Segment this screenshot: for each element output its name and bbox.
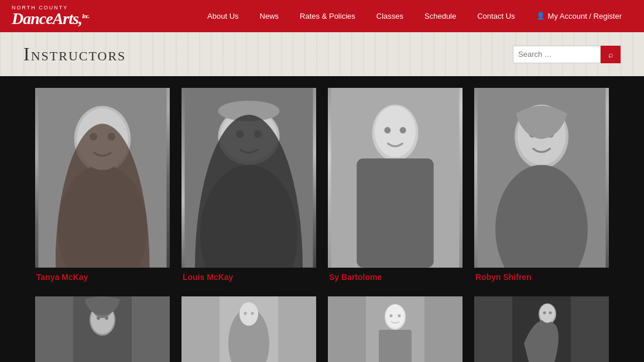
nav-about-us[interactable]: About Us: [197, 0, 249, 32]
nav-classes[interactable]: Classes: [366, 0, 414, 32]
svg-point-4: [90, 133, 97, 141]
instructor-card-tanya[interactable]: Tanya McKay: [35, 88, 170, 282]
site-header: NORTH COUNTY DanceArts,Inc. About Us New…: [0, 0, 644, 32]
svg-point-11: [254, 130, 262, 138]
search-form: ⌕: [513, 46, 621, 63]
svg-point-32: [239, 302, 258, 326]
instructor-name-sy: Sy Bartolome: [328, 272, 463, 282]
search-icon: ⌕: [608, 50, 613, 59]
svg-rect-15: [357, 158, 433, 267]
svg-point-12: [218, 101, 279, 121]
page-title: Instructors: [23, 43, 126, 65]
svg-point-45: [549, 311, 552, 314]
instructor-card-row2-2[interactable]: [181, 296, 316, 362]
svg-point-2: [57, 165, 147, 267]
svg-point-10: [236, 130, 244, 138]
logo[interactable]: NORTH COUNTY DanceArts,Inc.: [12, 5, 129, 27]
nav-schedule[interactable]: Schedule: [414, 0, 467, 32]
svg-point-39: [390, 314, 393, 317]
svg-point-43: [540, 304, 555, 323]
instructor-card-sy[interactable]: Sy Bartolome: [328, 88, 463, 282]
instructor-name-louis: Louis McKay: [181, 272, 316, 282]
nav-news[interactable]: News: [249, 0, 290, 32]
instructor-photo-row2-4: [474, 296, 609, 362]
instructor-card-row2-1[interactable]: [35, 296, 170, 362]
svg-point-29: [105, 316, 108, 320]
svg-point-5: [108, 133, 115, 141]
main-content: Tanya McKay Louis McKay: [0, 76, 644, 362]
main-nav: About Us News Rates & Policies Classes S…: [197, 0, 632, 32]
instructor-photo-row2-2: [181, 296, 316, 362]
subtitle-bar: Instructors ⌕: [0, 32, 644, 76]
search-button[interactable]: ⌕: [601, 46, 621, 63]
svg-point-40: [398, 314, 401, 317]
svg-rect-37: [379, 330, 412, 362]
svg-point-17: [384, 127, 390, 134]
nav-rates-policies[interactable]: Rates & Policies: [289, 0, 366, 32]
svg-point-3: [77, 108, 128, 170]
instructor-name-tanya: Tanya McKay: [35, 272, 170, 282]
svg-point-18: [400, 127, 406, 134]
svg-point-38: [386, 305, 405, 328]
nav-contact-us[interactable]: Contact Us: [467, 0, 525, 32]
svg-point-33: [244, 312, 247, 315]
instructor-photo-louis: [181, 88, 316, 268]
svg-point-16: [375, 106, 416, 158]
nav-my-account[interactable]: My Account / Register: [526, 0, 632, 32]
svg-point-8: [200, 165, 297, 267]
instructor-photo-robyn: [474, 88, 609, 268]
instructor-photo-row2-3: [328, 296, 463, 362]
search-input[interactable]: [513, 46, 601, 63]
instructor-name-robyn: Robyn Shifren: [474, 272, 609, 282]
instructor-photo-sy: [328, 88, 463, 268]
instructor-photo-row2-1: [35, 296, 170, 362]
logo-dance-arts: DanceArts,Inc.: [12, 11, 89, 27]
svg-point-28: [97, 316, 100, 320]
svg-point-44: [543, 311, 546, 314]
instructor-photo-tanya: [35, 88, 170, 268]
instructor-card-louis[interactable]: Louis McKay: [181, 88, 316, 282]
svg-point-34: [251, 312, 254, 315]
instructor-card-robyn[interactable]: Robyn Shifren: [474, 88, 609, 282]
instructor-grid: Tanya McKay Louis McKay: [35, 88, 609, 362]
instructor-card-row2-4[interactable]: [474, 296, 609, 362]
instructor-card-row2-3[interactable]: [328, 296, 463, 362]
